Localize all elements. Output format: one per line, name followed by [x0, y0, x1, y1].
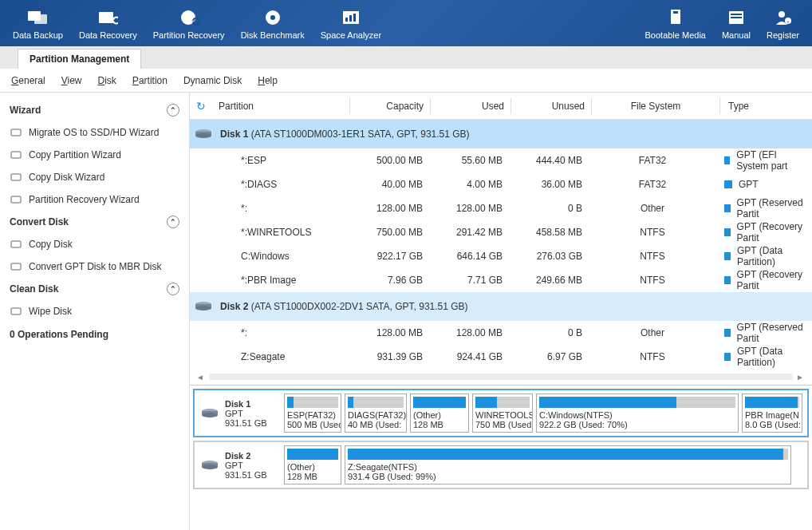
segment-title: ESP(FAT32) [287, 410, 338, 420]
sidebar-item-label: Copy Disk Wizard [29, 172, 104, 183]
map-segment[interactable]: (Other)128 MB [284, 445, 341, 485]
scroll-right-icon[interactable]: ► [796, 373, 806, 382]
sidebar-item-wizard-0[interactable]: Migrate OS to SSD/HD Wizard [8, 121, 181, 144]
segment-sub: 750 MB (Used [475, 420, 530, 429]
menu-dynamic-disk[interactable]: Dynamic Disk [183, 75, 242, 86]
sidebar-group-clean[interactable]: Clean Disk ⌃ [8, 278, 181, 300]
disk-map-label: Disk 1GPT931.51 GB [198, 394, 281, 433]
table-header: ↻ Partition Capacity Used Unused File Sy… [190, 93, 812, 120]
cell-type: GPT (Recovery Partit [716, 269, 812, 291]
svg-rect-19 [11, 152, 21, 158]
sidebar-item-label: Copy Partition Wizard [29, 149, 121, 160]
menu-general[interactable]: General [11, 75, 45, 86]
svg-point-27 [195, 133, 211, 138]
col-type[interactable]: Type [720, 101, 812, 112]
tool-label: Data Backup [13, 30, 63, 40]
tool-register[interactable]: +Register [759, 3, 807, 43]
cell-capacity: 922.17 GB [349, 251, 429, 262]
sidebar-item-convert-0[interactable]: Copy Disk [8, 233, 181, 255]
partition-row[interactable]: *:128.00 MB128.00 MB0 BOtherGPT (Reserve… [190, 196, 812, 220]
manual-icon [725, 6, 747, 29]
cell-unused: 458.58 MB [509, 227, 589, 238]
segment-sub: 922.2 GB (Used: 70%) [539, 420, 735, 429]
disk-map-row[interactable]: Disk 2GPT931.51 GB(Other)128 MBZ:Seagate… [193, 441, 809, 489]
scroll-left-icon[interactable]: ◄ [196, 373, 206, 382]
menu-partition[interactable]: Partition [132, 75, 168, 86]
partition-row[interactable]: *:WINRETOOLS750.00 MB291.42 MB458.58 MBN… [190, 220, 812, 244]
sidebar-item-wizard-1[interactable]: Copy Partition Wizard [8, 144, 181, 166]
action-icon [10, 171, 22, 184]
col-filesystem[interactable]: File System [592, 101, 719, 112]
cell-unused: 249.66 MB [509, 275, 589, 286]
svg-rect-23 [11, 263, 21, 270]
operations-pending: 0 Operations Pending [8, 322, 181, 346]
sidebar-item-label: Convert GPT Disk to MBR Disk [29, 261, 161, 272]
refresh-icon[interactable]: ↻ [196, 100, 206, 113]
disk-header-row[interactable]: Disk 2 (ATA ST1000DX002-2DV1 SATA, GPT, … [190, 292, 812, 321]
partition-row[interactable]: *:ESP500.00 MB55.60 MB444.40 MBFAT32GPT … [190, 148, 812, 172]
cell-partition: *:ESP [212, 155, 349, 166]
tool-manual[interactable]: Manual [714, 3, 759, 43]
tool-recovery[interactable]: Data Recovery [71, 3, 145, 43]
col-capacity[interactable]: Capacity [350, 101, 430, 112]
cell-filesystem: FAT32 [589, 155, 716, 166]
svg-rect-20 [11, 174, 21, 180]
tool-analyzer[interactable]: Space Analyzer [313, 3, 389, 43]
svg-rect-1 [34, 14, 47, 24]
sidebar-item-convert-1[interactable]: Convert GPT Disk to MBR Disk [8, 255, 181, 278]
disk-icon [201, 460, 219, 471]
map-segment[interactable]: PBR Image(N8.0 GB (Used: [742, 394, 802, 433]
menubar: General View Disk Partition Dynamic Disk… [0, 69, 812, 93]
svg-text:+: + [786, 19, 790, 24]
cell-capacity: 7.96 GB [349, 275, 429, 286]
sidebar-group-convert[interactable]: Convert Disk ⌃ [8, 211, 181, 233]
tool-benchmark[interactable]: Disk Benchmark [233, 3, 313, 43]
map-segment[interactable]: Z:Seagate(NTFS)931.4 GB (Used: 99%) [345, 445, 791, 485]
map-segment[interactable]: WINRETOOLS750 MB (Used [472, 394, 533, 433]
map-segment[interactable]: ESP(FAT32)500 MB (Used [284, 394, 341, 433]
disk-map-row[interactable]: Disk 1GPT931.51 GBESP(FAT32)500 MB (Used… [193, 389, 809, 437]
type-color-icon [724, 353, 731, 361]
partition-row[interactable]: *:PBR Image7.96 GB7.71 GB249.66 MBNTFSGP… [190, 268, 812, 292]
sidebar-item-wizard-2[interactable]: Copy Disk Wizard [8, 166, 181, 188]
partition-row[interactable]: Z:Seagate931.39 GB924.41 GB6.97 GBNTFSGP… [190, 345, 812, 369]
menu-view[interactable]: View [61, 75, 82, 86]
type-color-icon [724, 180, 732, 188]
cell-filesystem: Other [589, 327, 716, 338]
sidebar-item-wizard-3[interactable]: Partition Recovery Wizard [8, 188, 181, 211]
partition-row[interactable]: *:DIAGS40.00 MB4.00 MB36.00 MBFAT32GPT [190, 172, 812, 196]
svg-rect-18 [11, 129, 21, 136]
cell-unused: 6.97 GB [509, 351, 589, 362]
col-partition[interactable]: Partition [212, 101, 349, 112]
map-segment[interactable]: (Other)128 MB [410, 394, 469, 433]
menu-disk[interactable]: Disk [98, 75, 116, 86]
partition-row[interactable]: *:128.00 MB128.00 MB0 BOtherGPT (Reserve… [190, 321, 812, 345]
menu-help[interactable]: Help [258, 75, 278, 86]
tab-partition-management[interactable]: Partition Management [18, 49, 141, 69]
sidebar-group-wizard[interactable]: Wizard ⌃ [8, 99, 181, 121]
disk-header-row[interactable]: Disk 1 (ATA ST1000DM003-1ER1 SATA, GPT, … [190, 120, 812, 148]
map-segment[interactable]: DIAGS(FAT32)40 MB (Used: [345, 394, 407, 433]
segment-sub: 931.4 GB (Used: 99%) [348, 472, 788, 481]
cell-capacity: 40.00 MB [349, 179, 429, 190]
map-segment[interactable]: C:Windows(NTFS)922.2 GB (Used: 70%) [536, 394, 739, 433]
cell-used: 55.60 MB [429, 155, 509, 166]
disk-icon [195, 301, 212, 313]
cell-unused: 444.40 MB [509, 155, 589, 166]
svg-rect-7 [345, 18, 348, 22]
segment-title: C:Windows(NTFS) [539, 410, 735, 420]
cell-used: 128.00 MB [429, 327, 509, 338]
svg-rect-8 [349, 15, 352, 22]
partition-row[interactable]: C:Windows922.17 GB646.14 GB276.03 GBNTFS… [190, 244, 812, 268]
sidebar-item-clean-0[interactable]: Wipe Disk [8, 300, 181, 322]
col-unused[interactable]: Unused [511, 101, 591, 112]
recovery-icon [97, 6, 119, 29]
horizontal-scrollbar[interactable]: ◄ ► [190, 369, 812, 385]
col-used[interactable]: Used [431, 101, 510, 112]
tool-partition-recovery[interactable]: Partition Recovery [145, 3, 233, 43]
cell-type: GPT (Data Partition) [716, 346, 812, 368]
cell-unused: 0 B [509, 203, 589, 214]
tool-backup[interactable]: Data Backup [5, 3, 71, 43]
tool-media[interactable]: Bootable Media [637, 3, 714, 43]
cell-filesystem: FAT32 [589, 179, 716, 190]
